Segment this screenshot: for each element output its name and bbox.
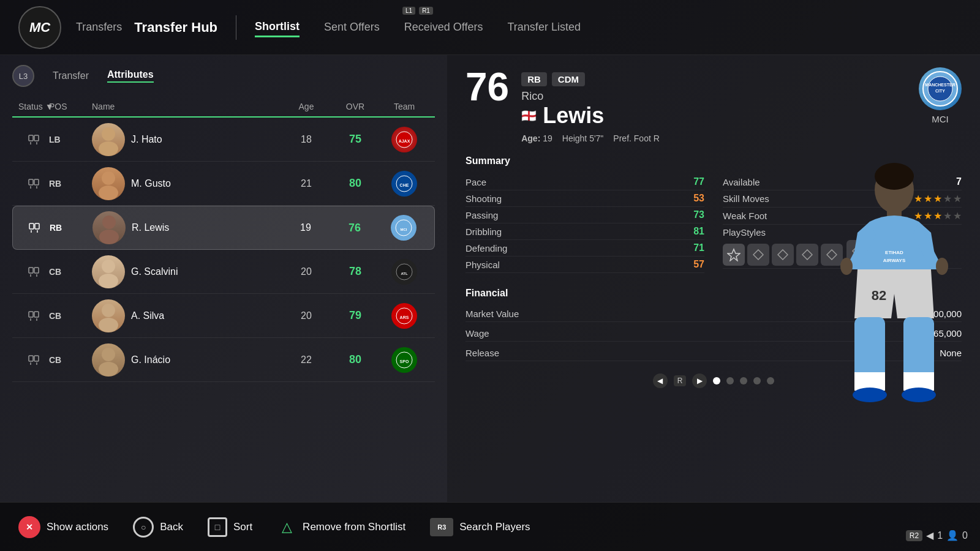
svg-rect-25 <box>34 268 39 273</box>
svg-text:CHE: CHE <box>400 183 409 187</box>
svg-point-5 <box>99 141 118 156</box>
col-team: Team <box>380 102 429 111</box>
dot-3 <box>740 377 747 384</box>
player-age: 20 <box>282 310 331 321</box>
status-icon <box>18 133 49 146</box>
tab-sent-offers[interactable]: Sent Offers <box>324 18 380 36</box>
pos-rb: RB <box>521 72 547 86</box>
svg-point-54 <box>875 163 914 190</box>
svg-point-36 <box>102 304 115 317</box>
sub-tab-icon: L3 <box>12 65 34 87</box>
player-name-cell: M. Gusto <box>92 167 282 200</box>
svg-text:ATL: ATL <box>401 272 408 276</box>
nav-transfers[interactable]: Transfers <box>76 21 122 34</box>
search-players-button[interactable]: R3 Search Players <box>430 518 530 536</box>
player-ovr: 78 <box>331 265 380 278</box>
table-row[interactable]: CB A. Silva 20 79 ARS <box>12 294 435 338</box>
col-age: Age <box>282 102 331 111</box>
sort-button[interactable]: □ Sort <box>208 517 252 537</box>
arrow-icon: ◀ <box>926 530 933 541</box>
stat-dribbling: Dribbling 81 <box>466 223 704 240</box>
height-label: Height 5'7" <box>562 133 604 143</box>
avatar <box>92 255 125 288</box>
svg-rect-8 <box>29 179 33 185</box>
status-icon <box>19 222 50 234</box>
back-label: Back <box>160 521 183 533</box>
player-ovr: 76 <box>330 222 379 234</box>
svg-text:AIRWAYS: AIRWAYS <box>883 258 906 263</box>
tab-transfer-listed[interactable]: Transfer Listed <box>508 18 581 36</box>
player-name-cell: J. Hato <box>92 123 282 156</box>
prev-page-btn[interactable]: ◀ <box>653 373 668 388</box>
team-badge: SPO <box>380 347 429 373</box>
back-button[interactable]: ○ Back <box>133 517 183 538</box>
show-actions-label: Show actions <box>47 521 108 533</box>
triangle-button-icon: △ <box>277 517 296 537</box>
svg-point-13 <box>99 186 118 200</box>
player-name-cell: G. Scalvini <box>92 255 282 288</box>
team-badge: ARS <box>380 303 429 329</box>
svg-text:82: 82 <box>872 288 886 303</box>
svg-rect-24 <box>29 268 33 273</box>
status-icon <box>18 310 49 322</box>
nav-divider <box>236 15 236 40</box>
svg-rect-1 <box>34 135 39 141</box>
team-badge: ATL <box>380 259 429 285</box>
tab-received-offers[interactable]: Received Offers <box>404 18 483 36</box>
main-content: L3 Transfer Attributes Status ▼ POS Name… <box>0 55 980 502</box>
svg-rect-40 <box>29 356 33 361</box>
player-3d-model: ETIHAD AIRWAYS <box>809 55 980 502</box>
svg-point-21 <box>99 230 119 244</box>
svg-point-4 <box>102 127 115 141</box>
player-name-cell: G. Inácio <box>92 343 282 377</box>
search-label: Search Players <box>459 521 530 533</box>
dot-2 <box>726 377 734 384</box>
status-icon <box>18 266 49 278</box>
svg-point-37 <box>99 318 118 332</box>
positions-badges: RB CDM <box>521 72 660 86</box>
table-row[interactable]: CB G. Inácio 22 80 SPO <box>12 338 435 382</box>
stat-defending: Defending 71 <box>466 240 704 257</box>
avatar <box>92 299 125 332</box>
svg-rect-41 <box>34 356 39 361</box>
player-age: 18 <box>282 134 331 145</box>
table-row[interactable]: CB G. Scalvini 20 78 ATL <box>12 250 435 294</box>
remove-shortlist-button[interactable]: △ Remove from Shortlist <box>277 517 405 537</box>
tab-transfer[interactable]: Transfer <box>53 70 89 81</box>
table-row[interactable]: RB M. Gusto 21 80 CHE <box>12 162 435 206</box>
count2: 0 <box>962 530 968 541</box>
col-ovr: OVR <box>331 102 380 111</box>
svg-text:ARS: ARS <box>400 315 409 320</box>
o-button-icon: ○ <box>133 517 154 538</box>
svg-point-44 <box>102 348 115 361</box>
player-name-cell: A. Silva <box>92 299 282 332</box>
tab-shortlist[interactable]: Shortlist <box>255 18 300 37</box>
table-row[interactable]: LB J. Hato 18 75 AJAX <box>12 118 435 162</box>
team-badge: CHE <box>380 171 429 197</box>
show-actions-button[interactable]: ✕ Show actions <box>18 516 108 538</box>
stat-passing: Passing 73 <box>466 207 704 223</box>
pos-cdm: CDM <box>552 72 585 86</box>
player-first-name: Rico <box>521 90 660 103</box>
team-badge: MCI <box>379 215 428 241</box>
col-pos: POS <box>49 102 92 111</box>
svg-text:AJAX: AJAX <box>399 139 410 143</box>
svg-text:ETIHAD: ETIHAD <box>885 250 903 255</box>
player-name: R. Lewis <box>132 222 169 233</box>
tab-attributes[interactable]: Attributes <box>107 69 154 83</box>
remove-label: Remove from Shortlist <box>303 521 405 533</box>
svg-text:SPO: SPO <box>400 359 409 364</box>
svg-point-29 <box>99 274 118 288</box>
right-panel: 76 RB CDM Rico 🏴󠁧󠁢󠁥󠁮󠁧󠁿 Lewis <box>447 55 980 502</box>
dot-5 <box>767 377 774 384</box>
player-age: 19 <box>281 222 330 233</box>
avatar <box>92 211 126 244</box>
svg-rect-0 <box>29 135 33 141</box>
table-row-selected[interactable]: RB R. Lewis 19 76 MCI <box>12 206 435 250</box>
svg-point-20 <box>102 216 116 229</box>
stat-pace: Pace 77 <box>466 174 704 190</box>
stat-shooting: Shooting 53 <box>466 190 704 207</box>
player-name: J. Hato <box>131 134 162 145</box>
next-page-btn[interactable]: ▶ <box>692 373 707 388</box>
flag-icon: 🏴󠁧󠁢󠁥󠁮󠁧󠁿 <box>521 108 537 123</box>
